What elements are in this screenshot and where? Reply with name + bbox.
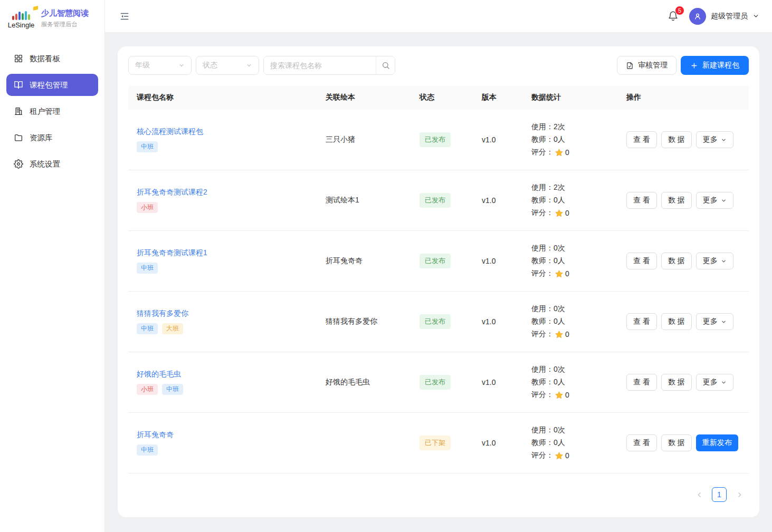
sidebar-item-label: 租户管理	[30, 107, 60, 117]
view-button[interactable]: 查 看	[626, 253, 657, 269]
cell-status: 已发布	[411, 132, 473, 147]
table-row: 核心流程测试课程包 中班 三只小猪 已发布 v1.0 使用：2次 教师：0人 评…	[128, 110, 749, 170]
cell-actions: 查 看 数 据 更多	[618, 131, 749, 148]
cell-version: v1.0	[473, 378, 523, 386]
sidebar-item-tenants[interactable]: 租户管理	[6, 100, 98, 122]
sidebar-item-label: 资源库	[30, 133, 53, 143]
sidebar: LeSingle 少儿智慧阅读 服务管理后台 数据看板 课程包管理 租户管理	[0, 0, 105, 532]
search-input[interactable]	[264, 56, 376, 74]
chevron-down-icon	[721, 137, 727, 143]
grade-tag: 中班	[137, 444, 158, 456]
cell-linked-book: 折耳兔奇奇	[317, 256, 411, 266]
cell-stats: 使用：0次 教师：0人 评分：0	[523, 240, 618, 282]
stat-teachers: 教师：0人	[531, 135, 609, 144]
pagination: 1	[128, 473, 749, 502]
more-dropdown-button[interactable]: 更多	[696, 313, 733, 330]
stat-usage: 使用：0次	[531, 304, 609, 314]
grade-tag: 中班	[137, 323, 158, 335]
star-icon	[555, 330, 564, 339]
stat-teachers: 教师：0人	[531, 438, 609, 448]
cell-name: 核心流程测试课程包 中班	[128, 127, 317, 153]
app-subtitle: 服务管理后台	[41, 21, 89, 28]
more-dropdown-button[interactable]: 更多	[696, 131, 733, 148]
sidebar-item-label: 系统设置	[30, 159, 60, 169]
data-button[interactable]: 数 据	[661, 131, 692, 148]
app-title: 少儿智慧阅读	[41, 8, 89, 18]
data-button[interactable]: 数 据	[661, 434, 692, 451]
sidebar-item-dashboard[interactable]: 数据看板	[6, 47, 98, 70]
table-row: 好饿的毛毛虫 小班 中班 好饿的毛毛虫 已发布 v1.0 使用：0次 教师：0人	[128, 352, 749, 413]
more-dropdown-button[interactable]: 更多	[696, 192, 733, 209]
user-menu[interactable]: 超级管理员	[689, 8, 759, 25]
cell-actions: 查 看 数 据 重新发布	[618, 434, 749, 451]
logo-bars	[6, 8, 36, 20]
view-button[interactable]: 查 看	[626, 313, 657, 330]
chevron-down-icon	[721, 319, 727, 325]
data-button[interactable]: 数 据	[661, 313, 692, 330]
column-header-actions: 操作	[618, 93, 749, 102]
stat-rating: 评分：0	[531, 269, 609, 278]
table-header: 课程包名称 关联绘本 状态 版本 数据统计 操作	[128, 85, 749, 110]
notifications-button[interactable]: 5	[668, 11, 679, 22]
view-button[interactable]: 查 看	[626, 434, 657, 451]
sidebar-collapse-button[interactable]	[118, 9, 131, 23]
building-icon	[14, 107, 23, 116]
course-package-link[interactable]: 折耳兔奇奇测试课程1	[137, 248, 309, 258]
course-package-link[interactable]: 折耳兔奇奇测试课程2	[137, 188, 309, 197]
grade-filter-placeholder: 年级	[135, 61, 150, 70]
search-button[interactable]	[376, 56, 395, 74]
course-package-link[interactable]: 核心流程测试课程包	[137, 127, 309, 137]
grade-tag: 中班	[162, 384, 183, 395]
pagination-page-1[interactable]: 1	[712, 487, 727, 502]
app-root: LeSingle 少儿智慧阅读 服务管理后台 数据看板 课程包管理 租户管理	[0, 0, 772, 532]
logo-text: 少儿智慧阅读 服务管理后台	[41, 8, 89, 28]
view-button[interactable]: 查 看	[626, 192, 657, 209]
sidebar-item-resources[interactable]: 资源库	[6, 127, 98, 149]
cell-stats: 使用：2次 教师：0人 评分：0	[523, 119, 618, 160]
course-package-link[interactable]: 猜猜我有多爱你	[137, 309, 309, 318]
more-dropdown-button[interactable]: 更多	[696, 374, 733, 391]
create-course-package-button[interactable]: 新建课程包	[681, 56, 749, 75]
page-content: 年级 状态	[105, 33, 772, 532]
cell-stats: 使用：0次 教师：0人 评分：0	[523, 422, 618, 463]
star-icon	[555, 148, 564, 157]
cell-stats: 使用：2次 教师：0人 评分：0	[523, 180, 618, 221]
cell-status: 已发布	[411, 254, 473, 268]
review-management-button[interactable]: 审核管理	[617, 56, 676, 75]
data-button[interactable]: 数 据	[661, 192, 692, 209]
dashboard-grid-icon	[14, 54, 23, 63]
course-package-card: 年级 状态	[118, 46, 759, 517]
cell-actions: 查 看 数 据 更多	[618, 313, 749, 330]
cell-linked-book: 三只小猪	[317, 135, 411, 144]
stat-rating: 评分：0	[531, 390, 609, 400]
pagination-next-button[interactable]	[732, 487, 747, 502]
view-button[interactable]: 查 看	[626, 131, 657, 148]
chevron-down-icon	[721, 258, 727, 264]
more-dropdown-button[interactable]: 更多	[696, 253, 733, 269]
cell-actions: 查 看 数 据 更多	[618, 374, 749, 391]
table-row: 折耳兔奇奇测试课程2 小班 测试绘本1 已发布 v1.0 使用：2次 教师：0人…	[128, 170, 749, 231]
sidebar-item-course-packages[interactable]: 课程包管理	[6, 74, 98, 96]
grade-filter-select[interactable]: 年级	[128, 56, 192, 75]
table-row: 折耳兔奇奇 中班 已下架 v1.0 使用：0次 教师：0人 评分：0	[128, 413, 749, 473]
stat-teachers: 教师：0人	[531, 256, 609, 266]
view-button[interactable]: 查 看	[626, 374, 657, 391]
star-icon	[555, 209, 564, 218]
data-button[interactable]: 数 据	[661, 374, 692, 391]
plus-icon	[690, 62, 698, 70]
status-filter-select[interactable]: 状态	[196, 56, 259, 75]
course-package-link[interactable]: 好饿的毛毛虫	[137, 370, 309, 379]
stat-teachers: 教师：0人	[531, 317, 609, 326]
star-icon	[555, 391, 564, 400]
sidebar-item-settings[interactable]: 系统设置	[6, 153, 98, 175]
chevron-left-icon	[696, 491, 703, 498]
table-row: 猜猜我有多爱你 中班 大班 猜猜我有多爱你 已发布 v1.0 使用：0次 教师：…	[128, 292, 749, 352]
cell-status: 已发布	[411, 375, 473, 390]
data-button[interactable]: 数 据	[661, 253, 692, 269]
republish-button[interactable]: 重新发布	[696, 434, 738, 451]
course-package-link[interactable]: 折耳兔奇奇	[137, 430, 309, 440]
status-badge: 已发布	[420, 314, 451, 329]
pagination-prev-button[interactable]	[692, 487, 707, 502]
stat-rating: 评分：0	[531, 208, 609, 218]
user-name: 超级管理员	[711, 12, 748, 21]
